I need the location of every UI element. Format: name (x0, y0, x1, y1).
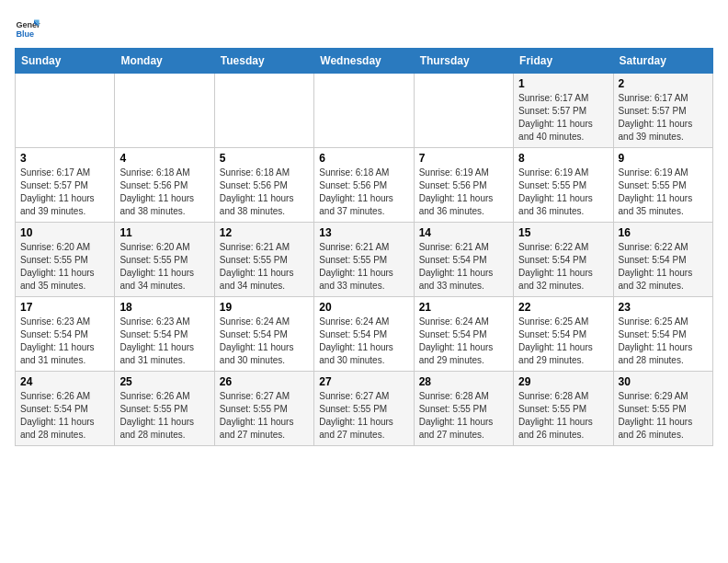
calendar-cell: 24Sunrise: 6:26 AM Sunset: 5:54 PM Dayli… (16, 372, 115, 446)
day-number: 15 (518, 226, 608, 239)
day-info: Sunrise: 6:21 AM Sunset: 5:54 PM Dayligh… (419, 241, 508, 293)
day-info: Sunrise: 6:25 AM Sunset: 5:54 PM Dayligh… (518, 316, 608, 367)
day-info: Sunrise: 6:21 AM Sunset: 5:55 PM Dayligh… (319, 241, 408, 293)
day-number: 5 (220, 152, 309, 165)
calendar-week-row: 10Sunrise: 6:20 AM Sunset: 5:55 PM Dayli… (16, 223, 713, 297)
day-info: Sunrise: 6:17 AM Sunset: 5:57 PM Dayligh… (20, 167, 109, 218)
day-number: 7 (419, 152, 508, 165)
calendar-week-row: 24Sunrise: 6:26 AM Sunset: 5:54 PM Dayli… (16, 372, 713, 446)
calendar-cell: 22Sunrise: 6:25 AM Sunset: 5:54 PM Dayli… (514, 297, 613, 372)
day-number: 16 (619, 226, 708, 239)
calendar-cell: 27Sunrise: 6:27 AM Sunset: 5:55 PM Dayli… (314, 372, 414, 446)
calendar-cell: 12Sunrise: 6:21 AM Sunset: 5:55 PM Dayli… (214, 223, 313, 297)
day-info: Sunrise: 6:24 AM Sunset: 5:54 PM Dayligh… (220, 316, 309, 367)
day-info: Sunrise: 6:23 AM Sunset: 5:54 PM Dayligh… (119, 316, 209, 367)
calendar-cell (214, 74, 313, 148)
calendar: SundayMondayTuesdayWednesdayThursdayFrid… (15, 48, 713, 446)
weekday-header: Tuesday (214, 49, 313, 74)
calendar-cell (16, 74, 115, 148)
day-info: Sunrise: 6:27 AM Sunset: 5:55 PM Dayligh… (319, 390, 408, 442)
calendar-week-row: 1Sunrise: 6:17 AM Sunset: 5:57 PM Daylig… (16, 74, 713, 148)
day-info: Sunrise: 6:19 AM Sunset: 5:55 PM Dayligh… (619, 167, 708, 218)
day-number: 18 (119, 301, 209, 314)
day-number: 23 (619, 301, 708, 314)
calendar-cell: 4Sunrise: 6:18 AM Sunset: 5:56 PM Daylig… (115, 148, 214, 223)
day-number: 24 (20, 375, 109, 388)
day-info: Sunrise: 6:20 AM Sunset: 5:55 PM Dayligh… (119, 241, 209, 293)
day-info: Sunrise: 6:18 AM Sunset: 5:56 PM Dayligh… (319, 167, 408, 218)
day-info: Sunrise: 6:26 AM Sunset: 5:54 PM Dayligh… (20, 390, 109, 442)
day-number: 21 (419, 301, 508, 314)
day-info: Sunrise: 6:25 AM Sunset: 5:54 PM Dayligh… (619, 316, 708, 367)
day-number: 17 (20, 301, 109, 314)
day-number: 20 (319, 301, 408, 314)
calendar-week-row: 17Sunrise: 6:23 AM Sunset: 5:54 PM Dayli… (16, 297, 713, 372)
calendar-cell: 28Sunrise: 6:28 AM Sunset: 5:55 PM Dayli… (414, 372, 513, 446)
day-number: 12 (220, 226, 309, 239)
calendar-cell: 10Sunrise: 6:20 AM Sunset: 5:55 PM Dayli… (16, 223, 115, 297)
day-info: Sunrise: 6:21 AM Sunset: 5:55 PM Dayligh… (220, 241, 309, 293)
calendar-cell (414, 74, 513, 148)
calendar-cell: 11Sunrise: 6:20 AM Sunset: 5:55 PM Dayli… (115, 223, 214, 297)
day-number: 14 (419, 226, 508, 239)
calendar-cell: 23Sunrise: 6:25 AM Sunset: 5:54 PM Dayli… (613, 297, 712, 372)
day-number: 9 (619, 152, 708, 165)
calendar-cell: 19Sunrise: 6:24 AM Sunset: 5:54 PM Dayli… (214, 297, 313, 372)
calendar-cell: 16Sunrise: 6:22 AM Sunset: 5:54 PM Dayli… (613, 223, 712, 297)
day-number: 25 (119, 375, 209, 388)
calendar-cell: 6Sunrise: 6:18 AM Sunset: 5:56 PM Daylig… (314, 148, 414, 223)
calendar-cell: 15Sunrise: 6:22 AM Sunset: 5:54 PM Dayli… (514, 223, 613, 297)
calendar-cell: 7Sunrise: 6:19 AM Sunset: 5:56 PM Daylig… (414, 148, 513, 223)
day-info: Sunrise: 6:24 AM Sunset: 5:54 PM Dayligh… (319, 316, 408, 367)
day-info: Sunrise: 6:20 AM Sunset: 5:55 PM Dayligh… (20, 241, 109, 293)
day-number: 2 (619, 77, 708, 90)
calendar-cell (314, 74, 414, 148)
calendar-cell: 2Sunrise: 6:17 AM Sunset: 5:57 PM Daylig… (613, 74, 712, 148)
calendar-week-row: 3Sunrise: 6:17 AM Sunset: 5:57 PM Daylig… (16, 148, 713, 223)
day-number: 3 (20, 152, 109, 165)
day-number: 6 (319, 152, 408, 165)
calendar-cell (115, 74, 214, 148)
day-info: Sunrise: 6:17 AM Sunset: 5:57 PM Dayligh… (619, 92, 708, 144)
day-info: Sunrise: 6:19 AM Sunset: 5:55 PM Dayligh… (518, 167, 608, 218)
day-info: Sunrise: 6:22 AM Sunset: 5:54 PM Dayligh… (619, 241, 708, 293)
calendar-cell: 3Sunrise: 6:17 AM Sunset: 5:57 PM Daylig… (16, 148, 115, 223)
day-number: 27 (319, 375, 408, 388)
weekday-header: Sunday (16, 49, 115, 74)
calendar-cell: 14Sunrise: 6:21 AM Sunset: 5:54 PM Dayli… (414, 223, 513, 297)
day-number: 26 (220, 375, 309, 388)
logo: General Blue (15, 15, 44, 40)
calendar-cell: 1Sunrise: 6:17 AM Sunset: 5:57 PM Daylig… (514, 74, 613, 148)
day-number: 8 (518, 152, 608, 165)
svg-text:Blue: Blue (16, 29, 34, 39)
day-info: Sunrise: 6:22 AM Sunset: 5:54 PM Dayligh… (518, 241, 608, 293)
day-number: 22 (518, 301, 608, 314)
calendar-header-row: SundayMondayTuesdayWednesdayThursdayFrid… (16, 49, 713, 74)
weekday-header: Saturday (613, 49, 712, 74)
calendar-cell: 13Sunrise: 6:21 AM Sunset: 5:55 PM Dayli… (314, 223, 414, 297)
weekday-header: Friday (514, 49, 613, 74)
day-number: 4 (119, 152, 209, 165)
day-number: 1 (518, 77, 608, 90)
calendar-cell: 26Sunrise: 6:27 AM Sunset: 5:55 PM Dayli… (214, 372, 313, 446)
calendar-cell: 17Sunrise: 6:23 AM Sunset: 5:54 PM Dayli… (16, 297, 115, 372)
day-number: 10 (20, 226, 109, 239)
header: General Blue (15, 15, 713, 40)
day-number: 30 (619, 375, 708, 388)
day-info: Sunrise: 6:17 AM Sunset: 5:57 PM Dayligh… (518, 92, 608, 144)
calendar-cell: 5Sunrise: 6:18 AM Sunset: 5:56 PM Daylig… (214, 148, 313, 223)
day-info: Sunrise: 6:18 AM Sunset: 5:56 PM Dayligh… (119, 167, 209, 218)
weekday-header: Monday (115, 49, 214, 74)
calendar-cell: 25Sunrise: 6:26 AM Sunset: 5:55 PM Dayli… (115, 372, 214, 446)
day-number: 29 (518, 375, 608, 388)
day-info: Sunrise: 6:19 AM Sunset: 5:56 PM Dayligh… (419, 167, 508, 218)
day-number: 13 (319, 226, 408, 239)
logo-icon: General Blue (15, 15, 40, 40)
day-info: Sunrise: 6:29 AM Sunset: 5:55 PM Dayligh… (619, 390, 708, 442)
day-info: Sunrise: 6:24 AM Sunset: 5:54 PM Dayligh… (419, 316, 508, 367)
day-info: Sunrise: 6:23 AM Sunset: 5:54 PM Dayligh… (20, 316, 109, 367)
day-info: Sunrise: 6:26 AM Sunset: 5:55 PM Dayligh… (119, 390, 209, 442)
day-number: 11 (119, 226, 209, 239)
calendar-cell: 18Sunrise: 6:23 AM Sunset: 5:54 PM Dayli… (115, 297, 214, 372)
weekday-header: Thursday (414, 49, 513, 74)
